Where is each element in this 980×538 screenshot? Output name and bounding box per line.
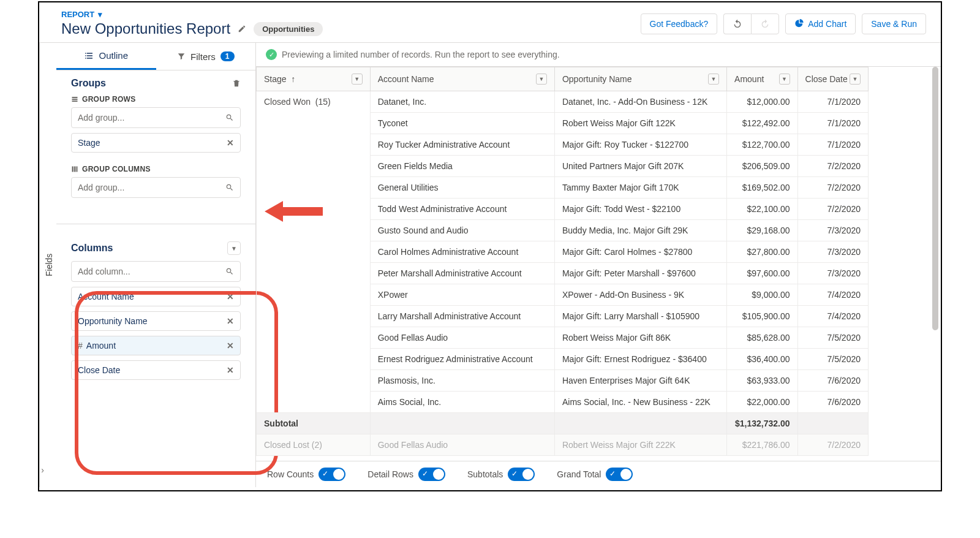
column-header[interactable]: Opportunity Name▼ (554, 67, 726, 91)
add-chart-button[interactable]: Add Chart (785, 13, 856, 34)
remove-icon[interactable]: ✕ (227, 138, 234, 148)
remove-icon[interactable]: ✕ (227, 292, 234, 301)
pill-label: Opportunity Name (78, 316, 148, 326)
fields-panel-toggle[interactable]: › Fields (39, 43, 56, 487)
row-counts-label: Row Counts (267, 469, 314, 479)
column-menu-button[interactable]: ▼ (536, 74, 547, 85)
cell-opportunity: Major Gift: Todd West - $22100 (554, 199, 726, 220)
cell-account: Good Fellas Audio (370, 327, 554, 349)
report-title: New Opportunities Report (61, 20, 230, 37)
row-counts-toggle[interactable]: ✓ (318, 468, 345, 481)
feedback-button[interactable]: Got Feedback? (641, 13, 718, 34)
cell-account: Gusto Sound and Audio (370, 220, 554, 241)
rows-icon (71, 96, 78, 103)
grand-total-toggle[interactable]: ✓ (606, 468, 633, 481)
undo-button[interactable] (723, 13, 751, 34)
detail-rows-toggle[interactable]: ✓ (418, 468, 445, 481)
cell-date: 7/1/2020 (797, 91, 868, 113)
tab-filters-label: Filters (190, 51, 216, 62)
cell-opportunity: XPower - Add-On Business - 9K (554, 284, 726, 306)
subtotals-toggle[interactable]: ✓ (508, 468, 535, 481)
header-label: Stage ↑ (264, 74, 295, 84)
column-menu-button[interactable]: ▼ (850, 74, 861, 85)
columns-title: Columns (71, 243, 113, 254)
subtotal-amount: $1,132,732.00 (727, 413, 797, 434)
save-run-button[interactable]: Save & Run (862, 13, 926, 34)
cell-opportunity: Robert Weiss Major Gift 86K (554, 327, 726, 349)
cell-amount: $206,509.00 (727, 156, 797, 177)
remove-icon[interactable]: ✕ (227, 341, 234, 350)
cell-date: 7/1/2020 (797, 113, 868, 134)
subtotal-row: Subtotal$1,132,732.00 (257, 413, 869, 434)
tab-outline-label: Outline (99, 50, 128, 61)
cell-date: 7/4/2020 (797, 284, 868, 306)
cell-amount: $169,502.00 (727, 177, 797, 199)
scrollbar-thumb[interactable] (932, 67, 938, 330)
tab-filters[interactable]: Filters 1 (156, 43, 256, 70)
group-rows-label: GROUP ROWS (71, 95, 241, 104)
remove-icon[interactable]: ✕ (227, 316, 234, 326)
group-row-pill-stage[interactable]: Stage ✕ (71, 133, 241, 153)
column-header[interactable]: Account Name▼ (370, 67, 554, 91)
column-menu-button[interactable]: ▼ (708, 74, 719, 85)
report-type-label: REPORT (61, 10, 94, 19)
cell-opportunity: Major Gift: Peter Marshall - $97600 (554, 263, 726, 284)
header-label: Amount (734, 74, 764, 84)
cell-amount: $97,600.00 (727, 263, 797, 284)
cell-account: Ernest Rodriguez Administrative Account (370, 349, 554, 370)
table-row: Closed Lost (2)Good Fellas AudioRobert W… (257, 434, 869, 456)
caret-down-icon: ▾ (98, 10, 102, 19)
preview-message: ✓ Previewing a limited number of records… (256, 43, 941, 66)
add-group-row-input[interactable]: Add group... (71, 107, 241, 128)
check-circle-icon: ✓ (266, 49, 277, 60)
cell-date: 7/6/2020 (797, 392, 868, 413)
chevron-right-icon: › (41, 465, 44, 480)
column-menu-button[interactable]: ▼ (352, 74, 363, 85)
column-pill[interactable]: Opportunity Name✕ (71, 311, 241, 331)
cell-account: Carol Holmes Administrative Account (370, 241, 554, 263)
cell-account: Roy Tucker Administrative Account (370, 134, 554, 156)
remove-icon[interactable]: ✕ (227, 365, 234, 375)
column-pill[interactable]: #Amount✕ (71, 336, 241, 355)
cell-amount: $63,933.00 (727, 370, 797, 392)
column-pill[interactable]: Account Name✕ (71, 287, 241, 306)
cell-amount: $29,168.00 (727, 220, 797, 241)
list-icon (84, 51, 94, 61)
trash-icon[interactable] (232, 79, 241, 88)
cell-date: 7/3/2020 (797, 220, 868, 241)
add-group-col-placeholder: Add group... (78, 183, 124, 192)
column-menu-button[interactable]: ▼ (779, 74, 790, 85)
add-column-placeholder: Add column... (78, 267, 130, 276)
fields-label: Fields (44, 254, 54, 276)
cell-date: 7/5/2020 (797, 327, 868, 349)
cell-date: 7/1/2020 (797, 134, 868, 156)
cell-opportunity: Haven Enterprises Major Gift 64K (554, 370, 726, 392)
pill-label: Stage (78, 138, 100, 148)
cell-amount: $85,628.00 (727, 327, 797, 349)
cell-account: Larry Marshall Administrative Account (370, 306, 554, 327)
add-group-column-input[interactable]: Add group... (71, 177, 241, 198)
search-icon (225, 267, 234, 276)
pencil-icon[interactable] (238, 25, 246, 33)
cell-account: Tyconet (370, 113, 554, 134)
cell-account: XPower (370, 284, 554, 306)
cell-opportunity: Datanet, Inc. - Add-On Business - 12K (554, 91, 726, 113)
group-columns-label: GROUP COLUMNS (71, 165, 241, 173)
cell-amount: $27,800.00 (727, 241, 797, 263)
table-row: Closed Won (15)Datanet, Inc.Datanet, Inc… (257, 91, 869, 113)
subtotal-label: Subtotal (257, 413, 371, 434)
tab-outline[interactable]: Outline (56, 43, 156, 70)
cell-date: 7/4/2020 (797, 306, 868, 327)
add-group-row-placeholder: Add group... (78, 113, 124, 123)
column-header[interactable]: Close Date▼ (797, 67, 868, 91)
report-type-button[interactable]: REPORT ▾ (61, 10, 323, 19)
column-header[interactable]: Amount▼ (727, 67, 797, 91)
redo-button[interactable] (751, 13, 779, 34)
column-pill[interactable]: Close Date✕ (71, 360, 241, 380)
column-header[interactable]: Stage ↑▼ (257, 67, 371, 91)
columns-menu-button[interactable]: ▼ (227, 241, 241, 255)
grand-total-label: Grand Total (557, 469, 601, 479)
cell-opportunity: Aims Social, Inc. - New Business - 22K (554, 392, 726, 413)
add-column-input[interactable]: Add column... (71, 261, 241, 282)
detail-rows-label: Detail Rows (368, 469, 413, 479)
